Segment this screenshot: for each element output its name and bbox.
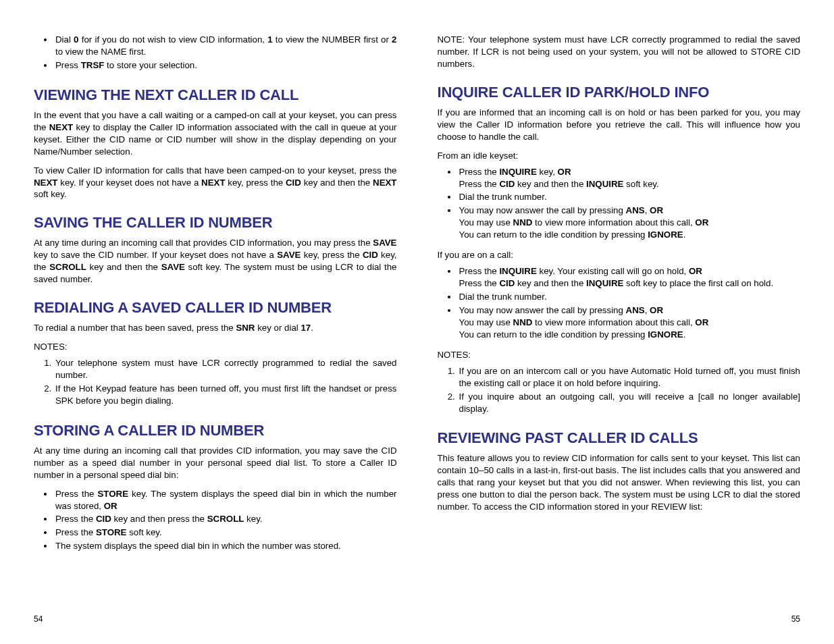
heading-viewing: VIEWING THE NEXT CALLER ID CALL xyxy=(34,86,397,104)
list-item: The system displays the speed dial bin i… xyxy=(54,540,397,552)
paragraph: To redial a number that has been saved, … xyxy=(34,322,397,334)
page-right-column: NOTE: Your telephone system must have LC… xyxy=(417,34,808,624)
paragraph: In the event that you have a call waitin… xyxy=(34,109,397,158)
list-item: If the Hot Keypad feature has been turne… xyxy=(54,383,397,407)
idle-label: From an idle keyset: xyxy=(438,150,801,162)
list-item: Press the INQUIRE key. Your existing cal… xyxy=(458,265,801,290)
page-number-right: 55 xyxy=(438,601,801,624)
heading-storing: STORING A CALLER ID NUMBER xyxy=(34,422,397,439)
list-item: Press the STORE key. The system displays… xyxy=(54,488,397,512)
list-item: Dial the trunk number. xyxy=(458,291,801,303)
heading-reviewing: REVIEWING PAST CALLER ID CALLS xyxy=(438,429,801,447)
list-item: Press the STORE soft key. xyxy=(54,527,397,539)
storing-list: Press the STORE key. The system displays… xyxy=(34,488,397,554)
heading-saving: SAVING THE CALLER ID NUMBER xyxy=(34,214,397,232)
heading-redialing: REDIALING A SAVED CALLER ID NUMBER xyxy=(34,299,397,317)
list-item: Press TRSF to store your selection. xyxy=(54,59,397,72)
paragraph: This feature allows you to review CID in… xyxy=(438,452,801,513)
idle-list: Press the INQUIRE key, ORPress the CID k… xyxy=(438,166,801,243)
list-item: You may now answer the call by pressing … xyxy=(458,304,801,341)
list-item: If you inquire about an outgoing call, y… xyxy=(458,391,801,415)
oncall-list: Press the INQUIRE key. Your existing cal… xyxy=(438,265,801,342)
notes-label: NOTES: xyxy=(438,349,801,361)
list-item: If you are on an intercom call or you ha… xyxy=(458,365,801,390)
list-item: Dial 0 for if you do not wish to view CI… xyxy=(54,34,397,58)
list-item: Your telephone system must have LCR corr… xyxy=(54,357,397,381)
page-left-column: Dial 0 for if you do not wish to view CI… xyxy=(27,34,417,624)
intro-list: Dial 0 for if you do not wish to view CI… xyxy=(34,34,397,73)
note-top: NOTE: Your telephone system must have LC… xyxy=(438,34,801,70)
paragraph: At any time during an incoming call that… xyxy=(34,445,397,481)
list-item: Press the INQUIRE key, ORPress the CID k… xyxy=(458,166,801,190)
oncall-label: If you are on a call: xyxy=(438,249,801,261)
notes-label: NOTES: xyxy=(34,341,397,353)
list-item: Press the CID key and then press the SCR… xyxy=(54,513,397,525)
page-number-left: 54 xyxy=(34,601,397,624)
paragraph: If you are informed that an incoming cal… xyxy=(438,107,801,143)
list-item: You may now answer the call by pressing … xyxy=(458,205,801,241)
redialing-notes: Your telephone system must have LCR corr… xyxy=(34,357,397,408)
paragraph: At any time during an incoming call that… xyxy=(34,237,397,286)
list-item: Dial the trunk number. xyxy=(458,191,801,203)
paragraph: To view Caller ID information for calls … xyxy=(34,165,397,201)
heading-inquire: INQUIRE CALLER ID PARK/HOLD INFO xyxy=(438,84,801,101)
inquire-notes: If you are on an intercom call or you ha… xyxy=(438,365,801,417)
